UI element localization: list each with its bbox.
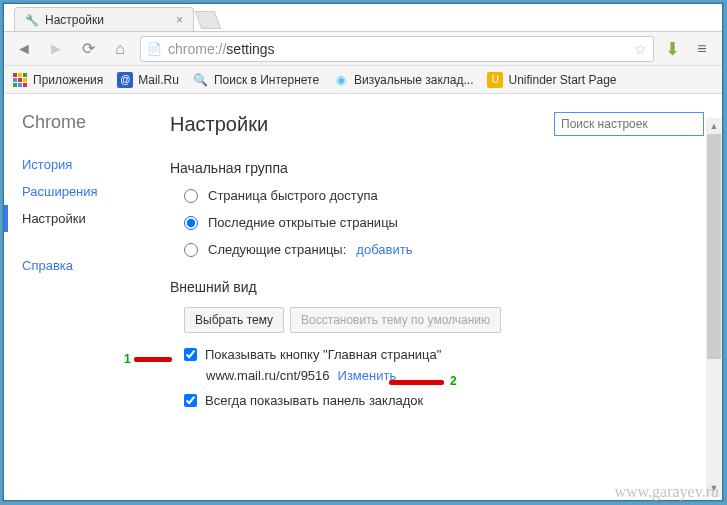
show-home-checkbox-row[interactable]: Показывать кнопку "Главная страница": [170, 347, 704, 362]
svg-rect-6: [13, 83, 17, 87]
unifinder-icon: U: [487, 72, 503, 88]
tab-title: Настройки: [45, 13, 104, 27]
scroll-up-button[interactable]: ▲: [706, 118, 722, 134]
mailru-icon: @: [117, 72, 133, 88]
svg-rect-8: [23, 83, 27, 87]
apps-icon: [12, 72, 28, 88]
appearance-title: Внешний вид: [170, 279, 704, 295]
new-tab-button[interactable]: [195, 11, 222, 29]
forward-button[interactable]: ►: [44, 37, 68, 61]
bookmarks-bar: Приложения @ Mail.Ru 🔍 Поиск в Интернете…: [4, 66, 722, 94]
bookmark-star-icon[interactable]: ☆: [634, 41, 647, 57]
visual-bookmarks-icon: ◉: [333, 72, 349, 88]
annotation-2-label: 2: [450, 374, 457, 388]
bookmark-label: Mail.Ru: [138, 73, 179, 87]
search-icon: 🔍: [193, 72, 209, 88]
reload-button[interactable]: ⟳: [76, 37, 100, 61]
svg-rect-7: [18, 83, 22, 87]
svg-rect-5: [23, 78, 27, 82]
apps-button[interactable]: Приложения: [12, 72, 103, 88]
show-home-checkbox[interactable]: [184, 348, 197, 361]
svg-rect-3: [13, 78, 17, 82]
startup-section: Начальная группа Страница быстрого досту…: [170, 160, 704, 257]
watermark: www.garayev.ru: [614, 483, 719, 501]
url-text: chrome://settings: [168, 41, 275, 57]
radio-input[interactable]: [184, 216, 198, 230]
show-bookmarks-checkbox[interactable]: [184, 394, 197, 407]
globe-icon: 📄: [147, 42, 162, 56]
extension-download-icon[interactable]: ⬇: [662, 39, 682, 59]
bookmark-label: Unifinder Start Page: [508, 73, 616, 87]
apps-label: Приложения: [33, 73, 103, 87]
address-bar[interactable]: 📄 chrome://settings ☆: [140, 36, 654, 62]
settings-search-input[interactable]: [554, 112, 704, 136]
svg-rect-1: [18, 73, 22, 77]
content-area: Chrome История Расширения Настройки Спра…: [4, 94, 722, 476]
tab-strip: 🔧 Настройки ×: [4, 4, 722, 32]
bookmark-item-mailru[interactable]: @ Mail.Ru: [117, 72, 179, 88]
settings-main: Настройки Начальная группа Страница быст…: [164, 94, 722, 476]
annotation-1-line: [134, 357, 172, 362]
appearance-section: Внешний вид Выбрать тему Восстановить те…: [170, 279, 704, 408]
bookmark-item-visual[interactable]: ◉ Визуальные заклад...: [333, 72, 473, 88]
show-bookmarks-checkbox-row[interactable]: Всегда показывать панель закладок: [170, 393, 704, 408]
svg-rect-2: [23, 73, 27, 77]
add-pages-link[interactable]: добавить: [356, 242, 412, 257]
radio-label: Последние открытые страницы: [208, 215, 398, 230]
annotation-1-label: 1: [124, 352, 131, 366]
sidebar-item-settings[interactable]: Настройки: [22, 205, 164, 232]
radio-label: Страница быстрого доступа: [208, 188, 378, 203]
choose-theme-button[interactable]: Выбрать тему: [184, 307, 284, 333]
change-home-link[interactable]: Изменить: [338, 368, 397, 383]
reset-theme-button[interactable]: Восстановить тему по умолчанию: [290, 307, 501, 333]
startup-newtab-radio[interactable]: Страница быстрого доступа: [170, 188, 704, 203]
home-button[interactable]: ⌂: [108, 37, 132, 61]
back-button[interactable]: ◄: [12, 37, 36, 61]
startup-continue-radio[interactable]: Последние открытые страницы: [170, 215, 704, 230]
wrench-icon: 🔧: [25, 14, 39, 27]
home-url-text: www.mail.ru/cnt/9516: [206, 368, 330, 383]
bookmark-label: Визуальные заклад...: [354, 73, 473, 87]
svg-rect-0: [13, 73, 17, 77]
browser-window: — ▭ ✕ 🔧 Настройки × ◄ ► ⟳ ⌂ 📄 chrome://s…: [3, 3, 723, 501]
radio-input[interactable]: [184, 189, 198, 203]
tab-settings[interactable]: 🔧 Настройки ×: [14, 7, 194, 31]
radio-input[interactable]: [184, 243, 198, 257]
startup-title: Начальная группа: [170, 160, 704, 176]
annotation-2-line: [389, 380, 444, 385]
scroll-thumb[interactable]: [707, 134, 721, 359]
page-title: Настройки: [170, 113, 268, 136]
bookmark-label: Поиск в Интернете: [214, 73, 319, 87]
menu-button[interactable]: ≡: [690, 37, 714, 61]
checkbox-label: Показывать кнопку "Главная страница": [205, 347, 441, 362]
sidebar-item-extensions[interactable]: Расширения: [22, 178, 164, 205]
scroll-track[interactable]: [706, 134, 722, 480]
settings-sidebar: Chrome История Расширения Настройки Спра…: [4, 94, 164, 476]
startup-pages-radio[interactable]: Следующие страницы: добавить: [170, 242, 704, 257]
bookmark-item-unifinder[interactable]: U Unifinder Start Page: [487, 72, 616, 88]
bookmark-item-search[interactable]: 🔍 Поиск в Интернете: [193, 72, 319, 88]
radio-label: Следующие страницы:: [208, 242, 346, 257]
chrome-brand: Chrome: [22, 112, 164, 133]
sidebar-item-history[interactable]: История: [22, 151, 164, 178]
vertical-scrollbar[interactable]: ▲ ▼: [706, 118, 722, 496]
tab-close-icon[interactable]: ×: [176, 13, 183, 27]
toolbar: ◄ ► ⟳ ⌂ 📄 chrome://settings ☆ ⬇ ≡: [4, 32, 722, 66]
sidebar-item-help[interactable]: Справка: [22, 252, 164, 279]
svg-rect-4: [18, 78, 22, 82]
checkbox-label: Всегда показывать панель закладок: [205, 393, 423, 408]
